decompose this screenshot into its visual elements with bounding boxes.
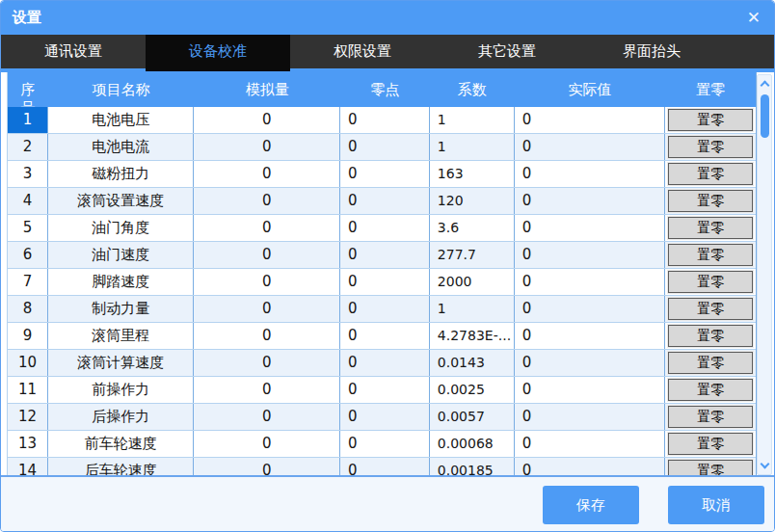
table-row[interactable]: 1 电池电压 0 0 1 0 置零 [8, 107, 756, 134]
set-zero-button[interactable]: 置零 [668, 406, 753, 428]
table-row[interactable]: 4 滚筒设置速度 0 0 120 0 置零 [8, 188, 756, 215]
cell-set-zero: 置零 [665, 215, 756, 241]
set-zero-button[interactable]: 置零 [668, 217, 753, 239]
cell-seq[interactable]: 13 [8, 431, 48, 457]
cell-seq[interactable]: 7 [8, 269, 48, 295]
cell-set-zero: 置零 [665, 323, 756, 349]
set-zero-button[interactable]: 置零 [668, 163, 753, 185]
cell-seq[interactable]: 14 [8, 458, 48, 475]
cell-coefficient: 0.0025 [430, 377, 515, 403]
set-zero-button[interactable]: 置零 [668, 136, 753, 158]
cell-seq[interactable]: 4 [8, 188, 48, 214]
tab-communication-settings[interactable]: 通讯设置 [1, 35, 146, 68]
set-zero-button[interactable]: 置零 [668, 352, 753, 374]
save-button[interactable]: 保存 [543, 486, 639, 524]
set-zero-button[interactable]: 置零 [668, 325, 753, 347]
set-zero-button[interactable]: 置零 [668, 460, 753, 475]
dialog-title: 设置 [13, 9, 41, 27]
cell-seq[interactable]: 2 [8, 134, 48, 160]
column-header-zero-point: 零点 [340, 72, 430, 107]
cell-item-name: 脚踏速度 [48, 269, 195, 295]
scroll-thumb[interactable] [761, 94, 769, 138]
table-row[interactable]: 3 磁粉扭力 0 0 163 0 置零 [8, 161, 756, 188]
tab-interface-header[interactable]: 界面抬头 [579, 35, 724, 68]
set-zero-button[interactable]: 置零 [668, 433, 753, 455]
cell-coefficient: 163 [430, 161, 515, 187]
cell-item-name: 滚筒设置速度 [48, 188, 195, 214]
cell-zero-point: 0 [340, 458, 430, 475]
cell-seq[interactable]: 8 [8, 296, 48, 322]
cell-item-name: 后操作力 [48, 404, 195, 430]
tab-permission-settings[interactable]: 权限设置 [290, 35, 435, 68]
table-row[interactable]: 14 后车轮速度 0 0 0.00185 0 置零 [8, 458, 756, 475]
set-zero-button[interactable]: 置零 [668, 379, 753, 401]
tab-other-settings[interactable]: 其它设置 [435, 35, 579, 68]
cell-coefficient: 0.00185 [430, 458, 515, 475]
table-row[interactable]: 8 制动力量 0 0 1 0 置零 [8, 296, 756, 323]
cell-analog-value: 0 [194, 107, 340, 133]
cell-set-zero: 置零 [665, 242, 756, 268]
set-zero-button[interactable]: 置零 [668, 244, 753, 266]
cell-analog-value: 0 [194, 242, 340, 268]
set-zero-button[interactable]: 置零 [668, 271, 753, 293]
cell-set-zero: 置零 [665, 161, 756, 187]
table-row[interactable]: 6 油门速度 0 0 277.7 0 置零 [8, 242, 756, 269]
scroll-up-icon[interactable] [761, 81, 770, 91]
cell-actual-value: 0 [515, 188, 666, 214]
cell-zero-point: 0 [340, 188, 430, 214]
tab-device-calibration[interactable]: 设备校准 [146, 35, 290, 71]
cell-seq[interactable]: 5 [8, 215, 48, 241]
set-zero-button[interactable]: 置零 [668, 109, 753, 131]
cell-actual-value: 0 [515, 134, 666, 160]
table-row[interactable]: 13 前车轮速度 0 0 0.00068 0 置零 [8, 431, 756, 458]
column-header-coefficient: 系数 [430, 72, 515, 107]
cell-actual-value: 0 [515, 350, 666, 376]
cancel-button[interactable]: 取消 [668, 486, 764, 524]
column-header-item-name: 项目名称 [48, 72, 195, 107]
scroll-down-icon[interactable] [761, 460, 770, 469]
close-icon[interactable]: ✕ [747, 8, 761, 27]
cell-coefficient: 277.7 [430, 242, 515, 268]
table-row[interactable]: 12 后操作力 0 0 0.0057 0 置零 [8, 404, 756, 431]
set-zero-button[interactable]: 置零 [668, 298, 753, 320]
cell-set-zero: 置零 [665, 188, 756, 214]
table-row[interactable]: 10 滚筒计算速度 0 0 0.0143 0 置零 [8, 350, 756, 377]
table-row[interactable]: 2 电池电流 0 0 1 0 置零 [8, 134, 756, 161]
cell-coefficient: 120 [430, 188, 515, 214]
cell-set-zero: 置零 [665, 269, 756, 295]
cell-analog-value: 0 [194, 215, 340, 241]
table-row[interactable]: 9 滚筒里程 0 0 4.2783E-... 0 置零 [8, 323, 756, 350]
table-header-row: 序号 项目名称 模拟量 零点 系数 实际值 置零 [8, 72, 756, 107]
cell-seq[interactable]: 12 [8, 404, 48, 430]
title-bar[interactable]: 设置 ✕ [1, 1, 774, 35]
cell-actual-value: 0 [515, 107, 666, 133]
cell-item-name: 油门速度 [48, 242, 195, 268]
cell-actual-value: 0 [515, 242, 666, 268]
cell-zero-point: 0 [340, 269, 430, 295]
cell-seq[interactable]: 6 [8, 242, 48, 268]
table-row[interactable]: 11 前操作力 0 0 0.0025 0 置零 [8, 377, 756, 404]
table-row[interactable]: 7 脚踏速度 0 0 2000 0 置零 [8, 269, 756, 296]
cell-item-name: 滚筒计算速度 [48, 350, 195, 376]
cell-set-zero: 置零 [665, 296, 756, 322]
cell-item-name: 前操作力 [48, 377, 195, 403]
cell-seq[interactable]: 1 [8, 107, 48, 133]
cell-analog-value: 0 [194, 134, 340, 160]
cell-analog-value: 0 [194, 161, 340, 187]
cell-seq[interactable]: 9 [8, 323, 48, 349]
cell-seq[interactable]: 11 [8, 377, 48, 403]
table-body: 1 电池电压 0 0 1 0 置零 2 电池电流 0 0 1 0 置零 3 磁粉… [8, 107, 756, 475]
cell-seq[interactable]: 10 [8, 350, 48, 376]
cell-analog-value: 0 [194, 296, 340, 322]
vertical-scrollbar[interactable] [757, 74, 772, 475]
cell-analog-value: 0 [194, 431, 340, 457]
cell-zero-point: 0 [340, 350, 430, 376]
set-zero-button[interactable]: 置零 [668, 190, 753, 212]
cell-zero-point: 0 [340, 404, 430, 430]
table-row[interactable]: 5 油门角度 0 0 3.6 0 置零 [8, 215, 756, 242]
cell-item-name: 前车轮速度 [48, 431, 195, 457]
cell-coefficient: 0.00068 [430, 431, 515, 457]
cell-seq[interactable]: 3 [8, 161, 48, 187]
cell-coefficient: 0.0057 [430, 404, 515, 430]
cell-analog-value: 0 [194, 269, 340, 295]
